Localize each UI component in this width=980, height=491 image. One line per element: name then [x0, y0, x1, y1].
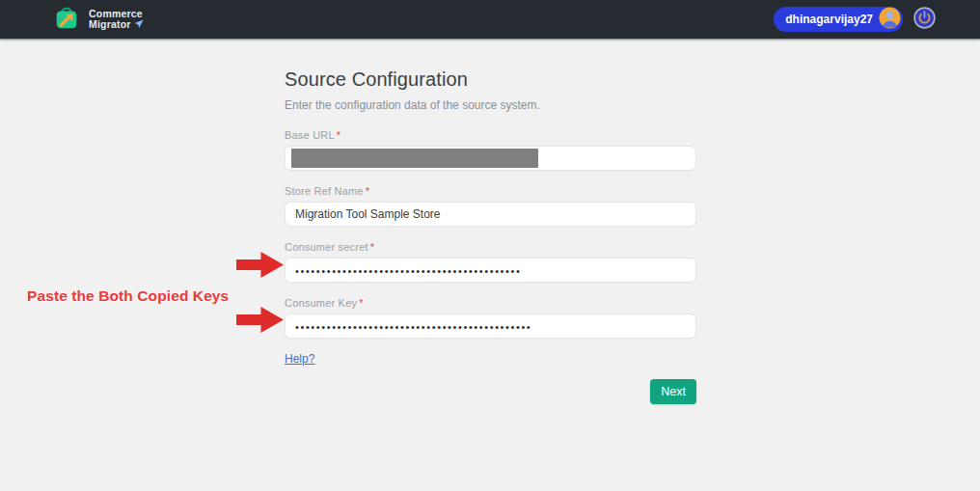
redacted-value-overlay — [291, 149, 538, 168]
brand-line-2: Migrator — [89, 19, 131, 30]
logout-button[interactable] — [913, 9, 936, 31]
app-header: Commerce Migrator dhinagarvijay27 — [0, 0, 980, 40]
person-avatar-icon — [879, 7, 901, 33]
base-url-label: Base URL* — [285, 129, 696, 141]
page-title: Source Configuration — [285, 68, 696, 91]
paper-plane-icon — [134, 19, 144, 31]
username-label: dhinagarvijay27 — [785, 13, 873, 26]
user-badge[interactable]: dhinagarvijay27 — [774, 7, 903, 32]
consumer-secret-field-group: Consumer secret* — [285, 241, 696, 283]
required-asterisk: * — [370, 241, 374, 253]
source-configuration-form: Source Configuration Enter the configura… — [285, 40, 696, 404]
consumer-key-label: Consumer Key* — [285, 297, 696, 309]
required-asterisk: * — [359, 297, 363, 309]
annotation-text: Paste the Both Copied Keys — [27, 287, 229, 305]
brand-name: Commerce Migrator — [89, 9, 144, 31]
button-row: Next — [285, 379, 696, 404]
consumer-secret-input[interactable] — [285, 258, 696, 283]
annotation-arrow-consumer-key — [236, 307, 284, 333]
brand-logo[interactable]: Commerce Migrator — [52, 3, 144, 36]
help-link[interactable]: Help? — [285, 352, 314, 366]
header-right: dhinagarvijay27 — [774, 7, 936, 32]
page: Commerce Migrator dhinagarvijay27 — [0, 0, 980, 491]
next-button[interactable]: Next — [650, 379, 696, 404]
page-subtitle: Enter the configuration data of the sour… — [285, 98, 696, 112]
consumer-key-field-group: Consumer Key* — [285, 297, 696, 339]
store-ref-name-label: Store Ref Name* — [285, 185, 696, 197]
required-asterisk: * — [366, 185, 369, 197]
brand-line-1: Commerce — [89, 9, 144, 19]
consumer-secret-label: Consumer secret* — [285, 241, 696, 253]
shopping-bag-arrow-icon — [52, 3, 81, 36]
power-icon — [913, 7, 936, 32]
store-ref-name-input[interactable] — [285, 202, 696, 227]
consumer-key-input[interactable] — [285, 314, 696, 339]
annotation-arrow-consumer-secret — [236, 252, 284, 278]
store-ref-name-field-group: Store Ref Name* — [285, 185, 696, 227]
base-url-field-group: Base URL* — [285, 129, 696, 171]
required-asterisk: * — [337, 129, 340, 141]
